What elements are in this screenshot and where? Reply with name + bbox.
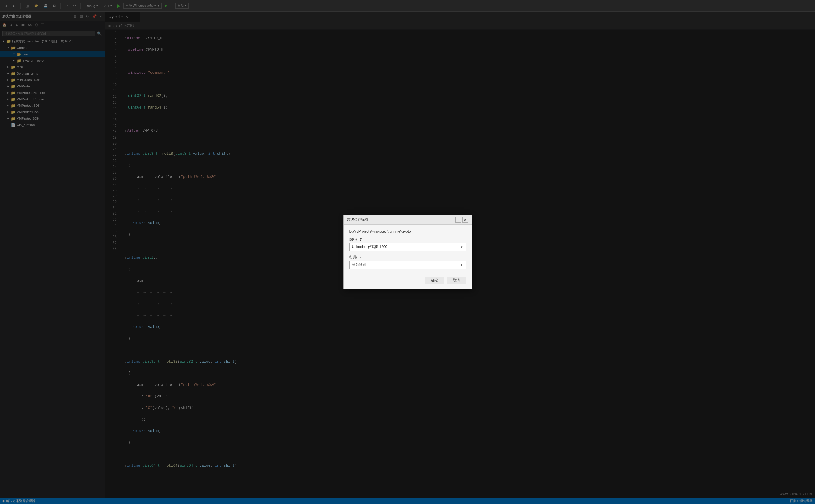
modal-encoding-select[interactable]: Unicode - 代码页 1200 ▼ — [349, 243, 466, 251]
modal-line-ending-select[interactable]: 当前设置 ▼ — [349, 261, 466, 269]
modal-help-btn[interactable]: ? — [455, 217, 461, 223]
modal-cancel-btn[interactable]: 取消 — [447, 277, 466, 284]
modal-encoding-value: Unicode - 代码页 1200 — [352, 245, 387, 250]
modal-titlebar-btns: ? × — [455, 217, 468, 223]
modal-title: 高级保存选项 — [347, 217, 368, 222]
modal-buttons: 确定 取消 — [343, 274, 472, 289]
modal-file-path: D:\MyProjects\vmprotect\runtime\crypto.h — [349, 229, 466, 233]
modal-ok-btn[interactable]: 确定 — [425, 277, 444, 284]
modal-close-btn[interactable]: × — [463, 217, 468, 223]
advanced-save-dialog: 高级保存选项 ? × D:\MyProjects\vmprotect\runti… — [343, 215, 472, 289]
modal-line-ending-label: 行尾(L): — [349, 255, 466, 260]
modal-titlebar: 高级保存选项 ? × — [343, 215, 472, 225]
watermark: WWW.CHINAPYBI.COM — [780, 493, 812, 496]
modal-line-ending-field: 行尾(L): 当前设置 ▼ — [349, 255, 466, 269]
modal-body: D:\MyProjects\vmprotect\runtime\crypto.h… — [343, 225, 472, 274]
modal-encoding-arrow: ▼ — [460, 245, 463, 249]
modal-overlay: 高级保存选项 ? × D:\MyProjects\vmprotect\runti… — [0, 0, 815, 504]
modal-encoding-field: 编码(E): Unicode - 代码页 1200 ▼ — [349, 237, 466, 251]
modal-encoding-label: 编码(E): — [349, 237, 466, 242]
modal-line-ending-arrow: ▼ — [460, 263, 463, 266]
modal-line-ending-value: 当前设置 — [352, 262, 366, 267]
